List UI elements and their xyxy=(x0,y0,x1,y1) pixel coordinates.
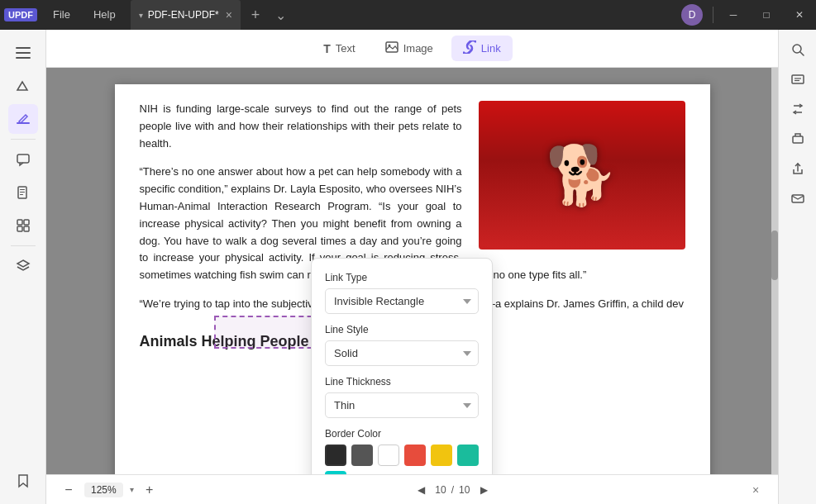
annotation-toolbar: T Text Image Link xyxy=(46,30,778,68)
pagination: ◀ 10 / 10 ▶ xyxy=(412,481,493,499)
line-thickness-label: Line Thickness xyxy=(325,376,479,388)
page-separator: / xyxy=(451,484,454,496)
link-tool-button[interactable]: Link xyxy=(451,36,513,61)
color-white[interactable] xyxy=(378,445,399,466)
svg-rect-4 xyxy=(17,155,29,163)
convert-icon[interactable] xyxy=(785,96,811,122)
color-teal[interactable] xyxy=(457,445,479,466)
link-panel: Link Type Invisible Rectangle Visible Re… xyxy=(311,258,493,474)
app-logo: UPDF xyxy=(0,8,41,21)
svg-rect-3 xyxy=(17,122,30,124)
link-tool-label: Link xyxy=(481,42,501,55)
minimize-button[interactable]: ─ xyxy=(717,0,750,30)
main-container: T Text Image Link � xyxy=(0,30,816,504)
right-sidebar xyxy=(778,30,816,504)
sidebar-edit-icon[interactable] xyxy=(8,104,38,134)
titlebar-divider xyxy=(713,7,713,23)
ocr-icon[interactable] xyxy=(785,66,811,93)
svg-rect-19 xyxy=(793,136,803,143)
text-tool-icon: T xyxy=(323,42,331,55)
email-icon[interactable] xyxy=(785,185,811,212)
page-prev-button[interactable]: ◀ xyxy=(412,481,430,499)
active-tab[interactable]: ▾ PDF-EN-UPDF* × xyxy=(131,0,241,30)
sidebar-panel-icon[interactable] xyxy=(8,38,38,68)
link-type-label: Link Type xyxy=(325,272,479,283)
sidebar-divider-2 xyxy=(11,245,36,246)
color-yellow[interactable] xyxy=(431,445,452,466)
color-swatches xyxy=(325,445,479,474)
svg-rect-8 xyxy=(20,194,23,195)
sidebar-bookmark-icon[interactable] xyxy=(8,466,38,496)
tab-close-button[interactable]: × xyxy=(226,8,232,21)
left-sidebar xyxy=(0,30,46,504)
file-menu[interactable]: File xyxy=(41,0,82,30)
line-thickness-select[interactable]: Thin Medium Thick xyxy=(325,392,479,418)
help-menu[interactable]: Help xyxy=(82,0,127,30)
sidebar-highlight-icon[interactable] xyxy=(8,71,38,101)
window-controls: ─ □ ✕ xyxy=(717,0,816,30)
tab-title: PDF-EN-UPDF* xyxy=(148,9,219,21)
new-tab-button[interactable]: + xyxy=(244,3,267,26)
close-button[interactable]: ✕ xyxy=(783,0,816,30)
svg-rect-16 xyxy=(792,75,804,83)
image-tool-label: Image xyxy=(403,42,433,55)
sidebar-organize-icon[interactable] xyxy=(8,211,38,240)
dog-photo: 🐕 xyxy=(479,101,685,250)
line-style-select[interactable]: Solid Dashed Underline xyxy=(325,340,479,366)
svg-rect-10 xyxy=(24,220,29,225)
zoom-level[interactable]: 125% xyxy=(84,483,123,497)
color-red[interactable] xyxy=(404,445,426,466)
svg-rect-2 xyxy=(16,57,31,59)
search-icon[interactable] xyxy=(785,36,811,63)
sidebar-layers-icon[interactable] xyxy=(8,251,38,281)
maximize-button[interactable]: □ xyxy=(750,0,783,30)
zoom-out-button[interactable]: − xyxy=(60,481,78,499)
tab-arrow: ▾ xyxy=(139,11,143,20)
image-tool-button[interactable]: Image xyxy=(374,36,445,61)
border-color-label: Border Color xyxy=(325,428,479,440)
line-style-label: Line Style xyxy=(325,324,479,335)
text-tool-label: Text xyxy=(336,42,356,55)
share-icon[interactable] xyxy=(785,155,811,182)
svg-rect-1 xyxy=(16,52,31,54)
menu-bar: File Help xyxy=(41,0,127,30)
text-tool-button[interactable]: T Text xyxy=(312,37,366,60)
page-current: 10 xyxy=(435,484,446,496)
color-black[interactable] xyxy=(325,445,346,466)
link-tool-icon xyxy=(463,40,476,56)
bottom-bar: − 125% ▾ + ◀ 10 / 10 ▶ × xyxy=(46,474,778,504)
zoom-dropdown-arrow[interactable]: ▾ xyxy=(130,485,134,494)
scrollbar-track[interactable] xyxy=(771,68,778,474)
svg-rect-6 xyxy=(20,189,25,190)
toolbar-close-button[interactable]: × xyxy=(747,481,765,499)
svg-rect-12 xyxy=(24,226,29,231)
page-next-button[interactable]: ▶ xyxy=(475,481,493,499)
page-total: 10 xyxy=(459,484,470,496)
svg-rect-9 xyxy=(17,220,22,225)
color-cyan[interactable] xyxy=(325,471,346,474)
titlebar: UPDF File Help ▾ PDF-EN-UPDF* × + ⌄ D ─ … xyxy=(0,0,816,30)
tabs-overflow-button[interactable]: ⌄ xyxy=(267,7,294,23)
svg-rect-7 xyxy=(20,192,25,193)
pdf-image: 🐕 xyxy=(479,101,685,250)
scrollbar-thumb[interactable] xyxy=(771,231,778,280)
color-dark-gray[interactable] xyxy=(351,445,373,466)
image-tool-icon xyxy=(385,40,398,56)
svg-rect-0 xyxy=(16,47,31,49)
zoom-in-button[interactable]: + xyxy=(141,481,159,499)
sidebar-pages-icon[interactable] xyxy=(8,178,38,207)
sidebar-comment-icon[interactable] xyxy=(8,145,38,174)
link-type-select[interactable]: Invisible Rectangle Visible Rectangle xyxy=(325,288,479,314)
compress-icon[interactable] xyxy=(785,126,811,152)
content-area: T Text Image Link � xyxy=(46,30,778,504)
sidebar-divider-1 xyxy=(11,139,36,140)
user-avatar[interactable]: D xyxy=(681,4,703,26)
svg-rect-11 xyxy=(17,226,22,231)
pdf-viewport[interactable]: 🐕 NIH is funding large-scale surveys to … xyxy=(46,68,778,474)
